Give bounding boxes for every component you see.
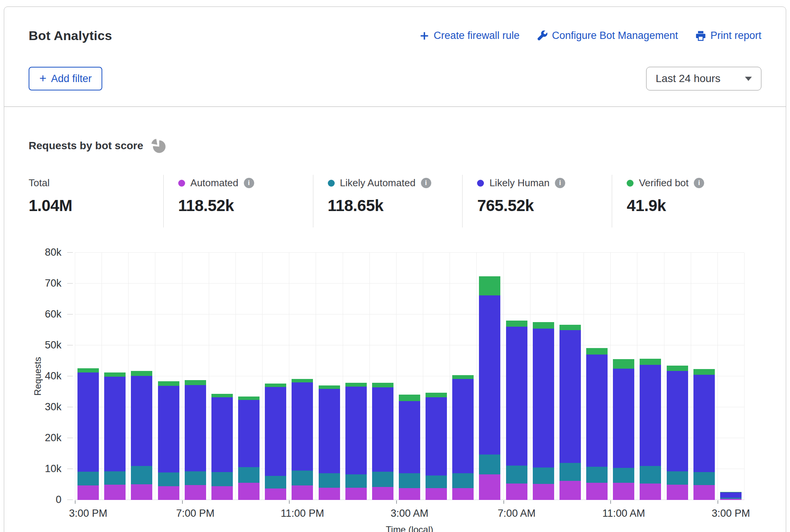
stat-likely-human-label: Likely Human: [489, 177, 550, 189]
bar-segment-likely-human: [426, 397, 447, 476]
bar-segment-likely-automated: [613, 468, 634, 483]
create-firewall-rule-label: Create firewall rule: [434, 30, 519, 42]
stat-likely-human-value: 765.52k: [477, 197, 612, 215]
bar-3:00 AM[interactable]: [399, 395, 420, 500]
bar-segment-likely-human: [533, 329, 554, 468]
bar-8:00 PM[interactable]: [211, 394, 233, 500]
bar-segment-automated: [479, 474, 500, 500]
configure-bot-management-link[interactable]: Configure Bot Management: [537, 30, 678, 42]
bar-segment-likely-automated: [211, 472, 233, 486]
bar-segment-likely-automated: [158, 472, 179, 486]
bar-10:00 PM[interactable]: [265, 384, 286, 500]
bar-5:00 PM[interactable]: [131, 371, 152, 500]
bar-segment-automated: [452, 488, 474, 500]
stat-likely-automated-value: 118.65k: [328, 197, 463, 215]
bar-segment-likely-human: [292, 382, 313, 471]
bar-segment-automated: [238, 483, 260, 500]
bar-segment-likely-automated: [640, 466, 661, 484]
bar-7:00 PM[interactable]: [185, 380, 206, 500]
configure-bot-management-label: Configure Bot Management: [552, 30, 678, 42]
bar-1:00 PM[interactable]: [667, 366, 688, 500]
bar-segment-verified-bot: [559, 325, 581, 330]
bar-segment-automated: [720, 499, 742, 500]
chevron-down-icon: [745, 77, 752, 81]
filter-row: + Add filter Last 24 hours: [29, 67, 761, 90]
bar-segment-automated: [693, 485, 715, 500]
bar-segment-verified-bot: [131, 371, 152, 376]
bar-segment-likely-human: [506, 327, 527, 466]
x-axis-tick-label: 3:00 AM: [390, 508, 428, 519]
bar-segment-automated: [640, 484, 661, 500]
bar-9:00 PM[interactable]: [238, 397, 260, 500]
bar-segment-likely-automated: [319, 473, 340, 488]
stat-verified-bot: Verified bot i 41.9k: [612, 175, 761, 227]
create-firewall-rule-link[interactable]: Create firewall rule: [419, 30, 519, 42]
bar-segment-likely-human: [667, 371, 688, 471]
bar-4:00 PM[interactable]: [104, 372, 126, 500]
bar-segment-automated: [77, 485, 99, 500]
bar-segment-verified-bot: [506, 321, 527, 326]
info-icon[interactable]: i: [555, 178, 565, 188]
bar-11:00 AM[interactable]: [613, 359, 634, 500]
bar-segment-likely-human: [158, 386, 179, 472]
bar-7:00 AM[interactable]: [506, 321, 527, 500]
bar-12:00 PM[interactable]: [640, 359, 661, 500]
info-icon[interactable]: i: [694, 178, 704, 188]
bar-segment-likely-human: [452, 379, 474, 473]
bar-segment-verified-bot: [479, 276, 500, 295]
bar-segment-likely-automated: [77, 472, 99, 485]
bar-segment-likely-human: [399, 401, 420, 473]
bar-segment-verified-bot: [426, 393, 447, 397]
bar-3:00 PM[interactable]: [720, 492, 742, 500]
bar-segment-likely-automated: [345, 474, 367, 488]
print-report-link[interactable]: Print report: [695, 30, 761, 42]
bar-6:00 PM[interactable]: [158, 381, 179, 500]
bar-3:00 PM[interactable]: [77, 368, 99, 500]
x-axis-tick-label: 11:00 AM: [602, 508, 645, 519]
bar-10:00 AM[interactable]: [586, 348, 608, 500]
stat-likely-automated-label: Likely Automated: [340, 177, 416, 189]
bar-segment-likely-human: [77, 372, 99, 472]
bar-segment-verified-bot: [158, 381, 179, 386]
add-filter-button[interactable]: + Add filter: [29, 67, 102, 90]
bar-segment-likely-automated: [292, 471, 313, 485]
bar-segment-likely-human: [345, 387, 367, 474]
bar-segment-automated: [667, 485, 688, 500]
bar-8:00 AM[interactable]: [533, 322, 554, 500]
y-axis-tick-label: 30k: [29, 401, 61, 413]
stat-likely-human: Likely Human i 765.52k: [462, 175, 612, 227]
bar-2:00 PM[interactable]: [693, 369, 715, 500]
requests-chart: Requests 3:00 PM7:00 PM11:00 PM3:00 AM7:…: [29, 253, 761, 532]
bar-segment-likely-human: [238, 400, 260, 468]
bar-segment-likely-human: [640, 365, 661, 466]
bar-segment-likely-human: [131, 376, 152, 466]
bar-5:00 AM[interactable]: [452, 375, 474, 500]
bar-6:00 AM[interactable]: [479, 276, 500, 500]
bar-9:00 AM[interactable]: [559, 325, 581, 500]
bar-segment-likely-human: [211, 397, 233, 472]
info-icon[interactable]: i: [244, 178, 254, 188]
bar-segment-automated: [345, 488, 367, 500]
bar-segment-likely-automated: [238, 467, 260, 483]
y-axis-tick-label: 40k: [29, 370, 61, 382]
bar-11:00 PM[interactable]: [292, 379, 313, 500]
bar-12:00 AM[interactable]: [319, 385, 340, 500]
info-icon[interactable]: i: [421, 178, 431, 188]
legend-dot-likely-human: [477, 180, 484, 187]
plus-icon: [419, 31, 429, 41]
stat-total: Total 1.04M: [29, 175, 163, 227]
bar-2:00 AM[interactable]: [372, 383, 393, 500]
y-axis-tick-label: 50k: [29, 339, 61, 351]
card-header: Bot Analytics Create firewall rule Confi…: [4, 7, 786, 107]
bar-segment-automated: [104, 485, 126, 500]
bar-1:00 AM[interactable]: [345, 383, 367, 500]
bar-segment-verified-bot: [319, 385, 340, 389]
bar-segment-likely-automated: [693, 472, 715, 485]
stat-total-value: 1.04M: [29, 197, 163, 215]
x-axis-title: Time (local): [386, 524, 433, 532]
bar-segment-automated: [533, 484, 554, 500]
x-axis-tick-label: 7:00 PM: [176, 508, 214, 519]
time-range-select[interactable]: Last 24 hours: [646, 67, 761, 90]
x-axis-tick-label: 11:00 PM: [281, 508, 324, 519]
bar-4:00 AM[interactable]: [426, 393, 447, 500]
